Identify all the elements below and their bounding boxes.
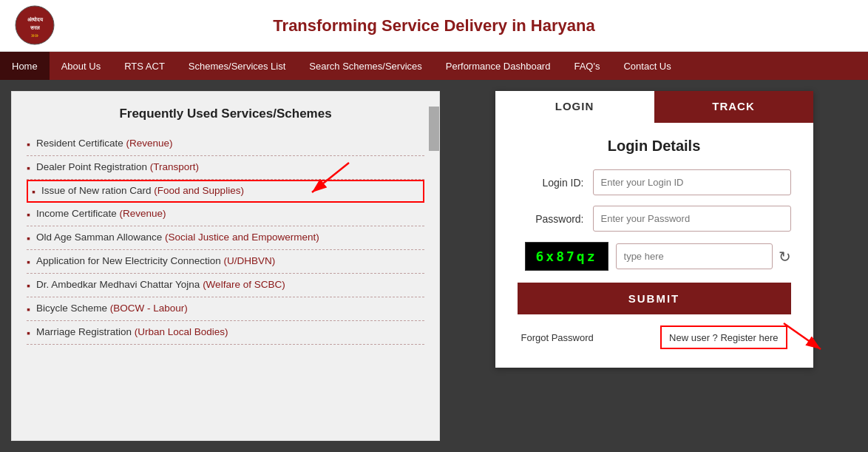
list-item-highlighted[interactable]: ▪ Issue of New ration Card (Food and Sup… [27, 180, 424, 203]
refresh-captcha-button[interactable]: ↻ [779, 248, 791, 266]
list-item[interactable]: ▪ Marriage Registration (Urban Local Bod… [27, 321, 424, 345]
captcha-row: 6x87qz ↻ [518, 242, 791, 271]
list-item[interactable]: ▪ Dr. Ambedkar Medhavi Chattar Yojna (We… [27, 274, 424, 297]
main-content: Frequently Used Services/Schemes ▪ Resid… [0, 80, 868, 452]
forgot-password-link[interactable]: Forgot Password [521, 332, 594, 343]
service-text: Dealer Point Registration [36, 161, 147, 172]
submit-button[interactable]: SUBMIT [518, 283, 791, 314]
header: अंत्योदय सरल »» Transforming Service Del… [0, 0, 868, 52]
nav-home[interactable]: Home [0, 52, 50, 80]
bullet-icon: ▪ [32, 186, 35, 198]
bullet-icon: ▪ [27, 232, 30, 244]
arrow-icon [305, 159, 364, 203]
bullet-icon: ▪ [27, 256, 30, 268]
login-form-area: Login Details Login ID: Password: 6x87qz… [495, 123, 813, 368]
nav-rts[interactable]: RTS ACT [112, 52, 177, 80]
register-container: New user ? Register here [660, 325, 787, 349]
header-title: Transforming Service Delivery in Haryana [273, 16, 594, 36]
bottom-links: Forgot Password New user ? Register here [518, 325, 791, 349]
svg-text:अंत्योदय: अंत्योदय [27, 16, 44, 22]
scrollbar-thumb[interactable] [429, 107, 439, 151]
bullet-icon: ▪ [27, 327, 30, 339]
nav-schemes[interactable]: Schemes/Services List [177, 52, 298, 80]
service-dept: (BOCW - Labour) [110, 303, 188, 314]
password-input[interactable] [593, 206, 791, 232]
list-item[interactable]: ▪ Old Age Samman Allowance (Social Justi… [27, 226, 424, 250]
service-dept: (Transport) [150, 161, 199, 172]
logo-area: अंत्योदय सरल »» [15, 5, 55, 46]
nav-about[interactable]: About Us [50, 52, 112, 80]
login-tabs: LOGIN TRACK [495, 91, 813, 123]
svg-text:सरल: सरल [30, 25, 40, 30]
nav-performance[interactable]: Performance Dashboard [434, 52, 563, 80]
service-text: Application for New Electricity Connecti… [36, 255, 221, 266]
svg-text:»»: »» [31, 32, 38, 39]
bullet-icon: ▪ [27, 209, 30, 220]
services-title: Frequently Used Services/Schemes [27, 107, 424, 121]
login-id-label: Login ID: [518, 177, 584, 189]
bullet-icon: ▪ [27, 303, 30, 315]
password-row: Password: [518, 206, 791, 232]
service-dept: (U/DHBVN) [224, 255, 276, 266]
service-dept: (Revenue) [126, 138, 173, 149]
login-panel: LOGIN TRACK Login Details Login ID: Pass… [440, 80, 868, 452]
service-dept: (Social Justice and Empowerment) [165, 232, 319, 243]
svg-line-7 [784, 323, 821, 349]
login-box: LOGIN TRACK Login Details Login ID: Pass… [495, 91, 813, 368]
tab-login[interactable]: LOGIN [495, 91, 654, 123]
login-id-input[interactable] [593, 169, 791, 195]
register-arrow-icon [780, 320, 832, 357]
list-item[interactable]: ▪ Application for New Electricity Connec… [27, 250, 424, 274]
register-box: New user ? Register here [660, 325, 787, 349]
nav-contact[interactable]: Contact Us [611, 52, 682, 80]
service-dept: (Food and Supplies) [154, 185, 244, 196]
service-dept: (Welfare of SCBC) [203, 279, 285, 290]
service-dept: (Revenue) [120, 208, 166, 219]
service-text: Income Certificate [36, 208, 117, 219]
nav-faq[interactable]: FAQ's [562, 52, 611, 80]
navbar: Home About Us RTS ACT Schemes/Services L… [0, 52, 868, 80]
service-dept: (Urban Local Bodies) [135, 326, 228, 337]
service-text: Old Age Samman Allowance [36, 232, 162, 243]
tab-track[interactable]: TRACK [654, 91, 813, 123]
captcha-input[interactable] [616, 243, 773, 269]
list-item[interactable]: ▪ Dealer Point Registration (Transport) [27, 156, 424, 180]
service-text: Dr. Ambedkar Medhavi Chattar Yojna [36, 279, 200, 290]
svg-line-5 [312, 163, 349, 192]
logo-icon: अंत्योदय सरल »» [15, 5, 55, 46]
list-item[interactable]: ▪ Resident Certificate (Revenue) [27, 132, 424, 156]
bullet-icon: ▪ [27, 138, 30, 150]
list-item[interactable]: ▪ Income Certificate (Revenue) [27, 203, 424, 226]
bullet-icon: ▪ [27, 162, 30, 174]
services-list: ▪ Resident Certificate (Revenue) ▪ Deale… [27, 132, 424, 345]
nav-search[interactable]: Search Schemes/Services [297, 52, 433, 80]
services-panel: Frequently Used Services/Schemes ▪ Resid… [11, 91, 440, 441]
login-details-title: Login Details [518, 138, 791, 155]
scrollbar[interactable] [429, 92, 439, 440]
service-text: Marriage Registration [36, 326, 132, 337]
service-text: Resident Certificate [36, 138, 123, 149]
captcha-image: 6x87qz [525, 242, 608, 271]
login-id-row: Login ID: [518, 169, 791, 195]
bullet-icon: ▪ [27, 280, 30, 291]
list-item[interactable]: ▪ Bicycle Scheme (BOCW - Labour) [27, 297, 424, 321]
service-text: Bicycle Scheme [36, 303, 107, 314]
password-label: Password: [518, 213, 584, 225]
register-link[interactable]: New user ? Register here [669, 332, 778, 343]
service-text: Issue of New ration Card [41, 185, 152, 196]
